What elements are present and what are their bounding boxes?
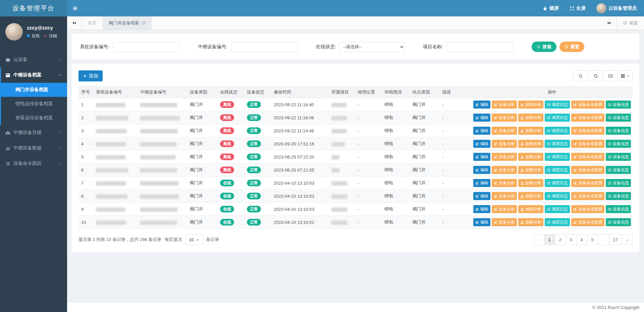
device-analysis-button[interactable]: 设备分析 [492,101,517,109]
sidebar-item-zr-device-data[interactable]: 中燃设备数据 [0,140,67,156]
edit-button[interactable]: 编辑 [473,101,490,109]
device-analysis-button[interactable]: 设备分析 [492,218,517,226]
tabs-scroll-left-button[interactable] [67,16,82,29]
online-status-select[interactable]: --请选择-- [339,42,405,52]
device-command-config-button[interactable]: 设备命令配置 [571,192,604,200]
edit-button[interactable]: 编辑 [473,114,490,122]
device-info-button[interactable]: 设备信息 [606,114,631,122]
device-command-config-button[interactable]: 设备命令配置 [571,140,604,148]
dispatch-log-button[interactable]: 调度日志 [545,192,570,200]
device-command-config-button[interactable]: 设备命令配置 [571,205,604,213]
zr-device-no-input[interactable] [231,42,298,52]
pagination-page[interactable]: 3 [566,234,577,245]
fault-analysis-button[interactable]: 故障分析 [518,101,543,109]
sidebar-item-valve-well-archive[interactable]: 阀门井设备档案 [0,83,67,97]
device-info-button[interactable]: 设备信息 [606,179,631,187]
sidebar-item-zr-device-upgrade[interactable]: 中燃设备升级 [0,125,67,140]
dispatch-log-button[interactable]: 调度日志 [545,166,570,174]
table-search-button[interactable] [573,71,588,81]
device-info-button[interactable]: 设备信息 [606,140,631,148]
device-info-button[interactable]: 设备信息 [606,205,631,213]
device-info-button[interactable]: 设备信息 [606,218,631,226]
fullscreen-button[interactable]: 全屏 [570,5,586,11]
dispatch-log-button[interactable]: 调度日志 [545,179,570,187]
device-command-config-button[interactable]: 设备命令配置 [571,127,604,135]
dispatch-log-button[interactable]: 调度日志 [545,153,570,161]
device-analysis-button[interactable]: 设备分析 [492,192,517,200]
edit-button[interactable]: 编辑 [473,179,490,187]
edit-button[interactable]: 编辑 [473,153,490,161]
fault-analysis-button[interactable]: 故障分析 [518,140,543,148]
device-analysis-button[interactable]: 设备分析 [492,127,517,135]
device-command-config-button[interactable]: 设备命令配置 [571,166,604,174]
edit-button[interactable]: 编辑 [473,192,490,200]
avatar[interactable] [5,23,23,41]
device-analysis-button[interactable]: 设备分析 [492,179,517,187]
device-info-button[interactable]: 设备信息 [606,101,631,109]
fault-analysis-button[interactable]: 故障分析 [518,166,543,174]
device-command-config-button[interactable]: 设备命令配置 [571,218,604,226]
pagination-page[interactable]: 4 [576,234,587,245]
device-command-config-button[interactable]: 设备命令配置 [571,153,604,161]
tab-refresh-button[interactable]: 刷新 [616,16,644,29]
edit-button[interactable]: 编辑 [473,140,490,148]
sidebar-item-cloud-device[interactable]: 云设备 [0,52,67,67]
user-menu[interactable]: 云设备管理员 [596,3,637,13]
device-command-config-button[interactable]: 设备命令配置 [571,101,604,109]
fault-analysis-button[interactable]: 故障分析 [518,127,543,135]
dispatch-log-button[interactable]: 调度日志 [545,205,570,213]
edit-button[interactable]: 编辑 [473,205,490,213]
pagination-page[interactable]: 1 [544,234,555,245]
device-analysis-button[interactable]: 设备分析 [492,140,517,148]
add-button[interactable]: 添加 [78,70,103,81]
pagination-page[interactable]: 5 [587,234,598,245]
fault-analysis-button[interactable]: 故障分析 [518,153,543,161]
dispatch-log-button[interactable]: 调度日志 [545,127,570,135]
sidebar-item-device-command-track[interactable]: 设备命令跟踪 [0,156,67,171]
edit-button[interactable]: 编辑 [473,218,490,226]
device-info-button[interactable]: 设备信息 [606,166,631,174]
edit-button[interactable]: 编辑 [473,166,490,174]
pagination-prev[interactable]: ‹ [533,234,544,245]
dispatch-log-button[interactable]: 调度日志 [545,218,570,226]
tab-home[interactable]: 首页 [82,16,103,29]
device-analysis-button[interactable]: 设备分析 [492,205,517,213]
online-status-badge: 离线 [220,140,234,147]
device-analysis-button[interactable]: 设备分析 [492,153,517,161]
device-command-config-button[interactable]: 设备命令配置 [571,179,604,187]
device-info-button[interactable]: 设备信息 [606,153,631,161]
device-info-button[interactable]: 设备信息 [606,192,631,200]
system-device-no-input[interactable] [113,42,180,52]
project-name-input[interactable] [446,42,514,52]
fault-analysis-button[interactable]: 故障分析 [518,114,543,122]
lock-screen-button[interactable]: 锁屏 [543,5,559,11]
sidebar-toggle-button[interactable] [67,0,83,16]
fault-analysis-button[interactable]: 故障分析 [518,218,543,226]
logout-button[interactable]: 注销 [44,33,57,39]
pagination-page[interactable]: 17 [609,234,622,245]
fault-analysis-button[interactable]: 故障分析 [518,192,543,200]
table-detail-view-button[interactable] [603,71,618,81]
table-columns-button[interactable] [618,71,632,81]
dispatch-log-button[interactable]: 调度日志 [545,140,570,148]
sidebar-item-libattery-remote-archive[interactable]: 锂电远传设备档案 [1,97,67,111]
search-button[interactable]: 搜索 [532,42,556,52]
tab-valve-well-archive[interactable]: 阀门井设备档案 [103,16,152,29]
tabs-scroll-right-button[interactable] [602,16,616,29]
page-size-select[interactable]: 10 [185,235,203,245]
edit-button[interactable]: 编辑 [473,127,490,135]
device-info-button[interactable]: 设备信息 [606,127,631,135]
table-refresh-button[interactable] [588,71,603,81]
device-analysis-button[interactable]: 设备分析 [492,166,517,174]
pagination-next[interactable]: › [622,234,633,245]
sidebar-item-zr-device-archive[interactable]: 中燃设备档案 [1,67,67,83]
device-analysis-button[interactable]: 设备分析 [492,114,517,122]
sidebar-item-assembled-remote-archive[interactable]: 拼装远传设备档案 [1,111,67,125]
fault-analysis-button[interactable]: 故障分析 [518,205,543,213]
fault-analysis-button[interactable]: 故障分析 [518,179,543,187]
pagination-page[interactable]: 2 [555,234,566,245]
dispatch-log-button[interactable]: 调度日志 [545,101,570,109]
reset-button[interactable]: 重置 [559,42,584,52]
dispatch-log-button[interactable]: 调度日志 [545,114,570,122]
device-command-config-button[interactable]: 设备命令配置 [571,114,604,122]
